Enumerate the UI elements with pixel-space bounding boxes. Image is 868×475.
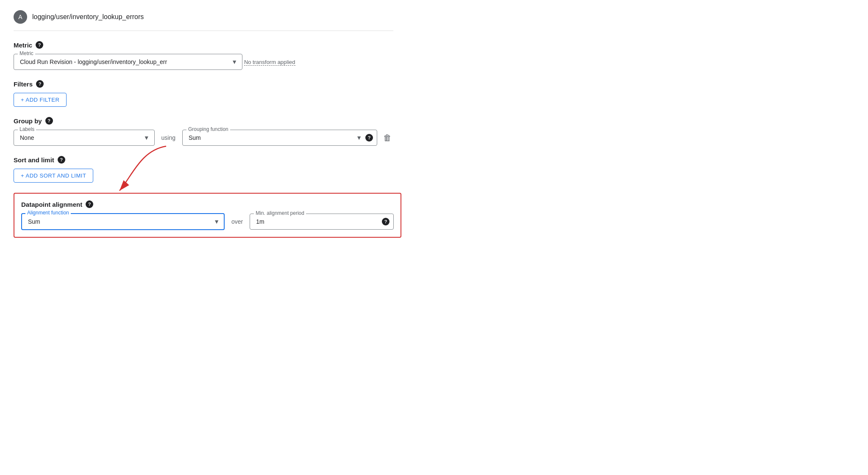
min-alignment-label: Min. alignment period <box>254 210 306 216</box>
alignment-function-label: Alignment function <box>25 210 71 216</box>
group-by-section-label: Group by ? <box>14 117 393 125</box>
metric-label-text: Metric <box>14 42 32 49</box>
group-by-help-icon[interactable]: ? <box>45 117 53 125</box>
add-filter-button[interactable]: + ADD FILTER <box>14 93 67 107</box>
datapoint-alignment-label-text: Datapoint alignment <box>21 201 82 208</box>
sort-limit-section-label: Sort and limit ? <box>14 156 393 164</box>
filters-section: Filters ? + ADD FILTER <box>14 80 393 107</box>
over-text: over <box>231 218 243 225</box>
datapoint-alignment-section: Datapoint alignment ? Alignment function… <box>14 193 401 238</box>
alignment-row: Alignment function Sum ▼ over Min. align… <box>21 213 394 230</box>
metric-select[interactable]: Cloud Run Revision - logging/user/invent… <box>14 54 242 70</box>
using-text: using <box>161 134 175 141</box>
datapoint-alignment-label: Datapoint alignment ? <box>21 200 394 208</box>
add-sort-button[interactable]: + ADD SORT AND LIMIT <box>14 169 93 183</box>
group-by-row: Labels None ▼ using Grouping function Su… <box>14 130 393 146</box>
filters-help-icon[interactable]: ? <box>36 80 44 88</box>
metric-select-wrapper: Cloud Run Revision - logging/user/invent… <box>14 54 242 70</box>
min-alignment-field-wrapper: Min. alignment period ? <box>250 214 394 230</box>
no-transform-link[interactable]: No transform applied <box>244 59 295 66</box>
labels-field-label: Labels <box>18 126 36 132</box>
datapoint-alignment-help-icon[interactable]: ? <box>86 200 93 208</box>
group-by-label-text: Group by <box>14 117 42 125</box>
page-title: logging/user/inventory_lookup_errors <box>32 13 144 21</box>
metric-section: Metric ? Metric Cloud Run Revision - log… <box>14 41 393 70</box>
avatar: A <box>14 10 27 24</box>
grouping-function-label: Grouping function <box>186 126 230 132</box>
arrow-container: Datapoint alignment ? Alignment function… <box>14 193 401 238</box>
alignment-function-select-container: Sum ▼ <box>21 213 225 230</box>
metric-section-label: Metric ? <box>14 41 393 49</box>
grouping-function-row: Grouping function Sum ▼ ? 🗑 <box>182 130 393 146</box>
sort-limit-label-text: Sort and limit <box>14 156 54 164</box>
page-header: A logging/user/inventory_lookup_errors <box>14 10 393 31</box>
alignment-function-select[interactable]: Sum <box>21 213 225 230</box>
grouping-function-field-wrapper: Grouping function Sum ▼ ? <box>182 130 377 146</box>
filters-label-text: Filters <box>14 81 33 88</box>
metric-field-label: Metric <box>18 50 35 56</box>
grouping-function-help-icon[interactable]: ? <box>365 134 373 142</box>
metric-help-icon[interactable]: ? <box>36 41 43 49</box>
filters-section-label: Filters ? <box>14 80 393 88</box>
group-by-section: Group by ? Labels None ▼ using Grouping … <box>14 117 393 146</box>
min-alignment-help-icon[interactable]: ? <box>382 218 389 225</box>
sort-limit-help-icon[interactable]: ? <box>58 156 65 164</box>
labels-field-wrapper: Labels None ▼ <box>14 130 155 146</box>
sort-limit-section: Sort and limit ? + ADD SORT AND LIMIT <box>14 156 393 183</box>
delete-group-by-icon[interactable]: 🗑 <box>381 131 393 144</box>
metric-field-wrapper: Metric Cloud Run Revision - logging/user… <box>14 54 242 70</box>
alignment-function-field-wrapper: Alignment function Sum ▼ <box>21 213 225 230</box>
